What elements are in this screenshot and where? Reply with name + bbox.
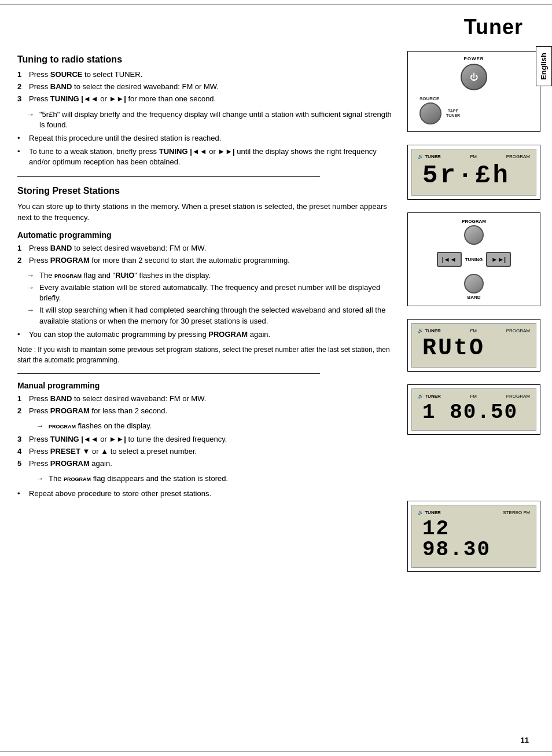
manual-step-1-content: Press BAND to select desired waveband: F… bbox=[29, 394, 396, 404]
manual-lcd-top: 🔊 TUNER STEREO FM bbox=[418, 510, 530, 515]
tuning-right-button[interactable]: ►►| bbox=[486, 252, 511, 267]
auto-bullet-1: • You can stop the automatic programming… bbox=[17, 329, 396, 340]
tuning-arrow-1: → "5r£h" will display briefly and the fr… bbox=[27, 109, 396, 130]
auto-tuner-label: 🔊 TUNER bbox=[418, 328, 441, 333]
power-button[interactable]: ⏻ bbox=[461, 64, 487, 90]
srch-display-box: 🔊 TUNER FM PROGRAM 5r·£h bbox=[407, 145, 540, 200]
auto-prog-steps: 1 Press BAND to select desired waveband:… bbox=[17, 243, 396, 266]
power-icon: ⏻ bbox=[470, 72, 478, 82]
srch-lcd-top: 🔊 TUNER FM PROGRAM bbox=[418, 154, 530, 159]
manual-step-1: 1 Press BAND to select desired waveband:… bbox=[17, 394, 396, 404]
step-2: 2 Press BAND to select the desired waveb… bbox=[17, 82, 396, 92]
source-label: SOURCE bbox=[419, 96, 439, 101]
srch-program-label: PROGRAM bbox=[506, 154, 530, 159]
step-num-3: 3 bbox=[17, 94, 27, 104]
step-3: 3 Press TUNING |◄◄ or ►►| for more than … bbox=[17, 94, 396, 104]
manual-lcd: 🔊 TUNER STEREO FM 12 98.30 bbox=[411, 505, 536, 568]
top-border bbox=[0, 0, 552, 5]
tuning-bullet-text-1: Repeat this procedure until the desired … bbox=[29, 133, 221, 144]
tuning-left-button[interactable]: |◄◄ bbox=[437, 252, 462, 267]
auto-arrow-2: → Every available station will be stored… bbox=[27, 282, 396, 303]
auto-display-box: 🔊 TUNER FM PROGRAM RUtO bbox=[407, 319, 540, 372]
auto-bullet-text-1: You can stop the automatic programming b… bbox=[29, 329, 270, 340]
manual-arrow-text-1: PROGRAM flashes on the display. bbox=[49, 421, 152, 431]
step-num-2: 2 bbox=[17, 82, 27, 92]
auto-prog-heading: Automatic programming bbox=[17, 230, 396, 240]
device-controls-box: POWER ⏻ SOURCE TAPE TUNER bbox=[407, 51, 540, 132]
manual-step-num-2: 2 bbox=[17, 406, 27, 416]
preset-tuner-label: 🔊 TUNER bbox=[418, 394, 441, 399]
auto-arrow-3: → It will stop searching when it had com… bbox=[27, 305, 396, 326]
bullet-icon-3: • bbox=[17, 329, 27, 340]
manual-arrow-text-2: The PROGRAM flag disappears and the stat… bbox=[49, 474, 228, 484]
manual-step-num-3: 3 bbox=[17, 434, 27, 445]
tuning-label-ctrl: TUNING bbox=[465, 257, 483, 262]
manual-prog-steps-cont: 3 Press TUNING |◄◄ or ►►| to tune the de… bbox=[17, 434, 396, 469]
program-label-ctrl: PROGRAM bbox=[462, 219, 486, 224]
bullet-icon-4: • bbox=[17, 489, 27, 499]
manual-step-4: 4 Press PRESET ▼ or ▲ to select a preset… bbox=[17, 446, 396, 457]
arrow-icon-2: → bbox=[27, 270, 37, 281]
arrow-icon-6: → bbox=[36, 474, 46, 484]
tuning-steps: 1 Press SOURCE to select TUNER. 2 Press … bbox=[17, 69, 396, 105]
preset-display-box: 🔊 TUNER FM PROGRAM 1 80.50 bbox=[407, 384, 540, 435]
auto-step-num-2: 2 bbox=[17, 255, 27, 266]
srch-tuner-label: 🔊 TUNER bbox=[418, 154, 441, 159]
auto-step-2: 2 Press PROGRAM for more than 2 second t… bbox=[17, 255, 396, 266]
manual-step-2-content: Press PROGRAM for less than 2 second. bbox=[29, 406, 396, 416]
manual-step-5: 5 Press PROGRAM again. bbox=[17, 458, 396, 469]
tuner-label-small: TUNER bbox=[446, 113, 460, 118]
manual-prog-steps: 1 Press BAND to select desired waveband:… bbox=[17, 394, 396, 416]
auto-display-text: RUtO bbox=[418, 335, 530, 362]
section-divider-1 bbox=[17, 176, 320, 177]
auto-arrow-text-3: It will stop searching when it had compl… bbox=[39, 305, 396, 326]
step-3-content: Press TUNING |◄◄ or ►►| for more than on… bbox=[29, 94, 396, 104]
auto-arrow-1: → The PROGRAM flag and "RUtO" flashes in… bbox=[27, 270, 396, 281]
tuning-heading: Tuning to radio stations bbox=[17, 54, 396, 65]
manual-display-box: 🔊 TUNER STEREO FM 12 98.30 bbox=[407, 501, 540, 572]
tuning-bullet-2: • To tune to a weak station, briefly pre… bbox=[17, 146, 396, 167]
auto-arrow-text-2: Every available station will be stored a… bbox=[39, 282, 396, 303]
manual-step-2: 2 Press PROGRAM for less than 2 second. bbox=[17, 406, 396, 416]
language-tab: English bbox=[536, 46, 552, 86]
step-2-content: Press BAND to select the desired waveban… bbox=[29, 82, 396, 92]
arrow-icon-1: → bbox=[27, 109, 37, 130]
srch-display-text: 5r·£h bbox=[418, 160, 530, 190]
manual-arrow-1: → PROGRAM flashes on the display. bbox=[36, 421, 396, 431]
manual-step-num-4: 4 bbox=[17, 446, 27, 457]
bottom-border bbox=[0, 751, 552, 756]
band-button[interactable] bbox=[464, 274, 484, 293]
storing-heading: Storing Preset Stations bbox=[17, 186, 396, 196]
manual-step-4-content: Press PRESET ▼ or ▲ to select a preset n… bbox=[29, 446, 396, 457]
auto-arrow-text-1: The PROGRAM flag and "RUtO" flashes in t… bbox=[39, 270, 211, 281]
device-controls-2-box: PROGRAM |◄◄ TUNING ►►| BAND bbox=[407, 212, 540, 306]
program-button[interactable] bbox=[464, 225, 484, 245]
page-number: 11 bbox=[521, 736, 529, 744]
manual-arrow-2: → The PROGRAM flag disappears and the st… bbox=[36, 474, 396, 484]
power-label: POWER bbox=[463, 56, 484, 61]
auto-step-1-content: Press BAND to select desired waveband: F… bbox=[29, 243, 396, 254]
auto-step-2-content: Press PROGRAM for more than 2 second to … bbox=[29, 255, 396, 266]
auto-note: Note : If you wish to maintain some prev… bbox=[17, 344, 396, 365]
source-button[interactable] bbox=[419, 102, 441, 124]
manual-tuner-label: 🔊 TUNER bbox=[418, 510, 441, 515]
manual-display-text: 12 98.30 bbox=[418, 516, 530, 563]
bullet-icon-2: • bbox=[17, 146, 27, 167]
tuning-bullet-text-2: To tune to a weak station, briefly press… bbox=[29, 146, 396, 167]
manual-step-num-1: 1 bbox=[17, 394, 27, 404]
section-divider-2 bbox=[17, 373, 320, 374]
manual-stereo-label: STEREO FM bbox=[503, 510, 530, 515]
arrow-icon-5: → bbox=[36, 421, 46, 431]
arrow-icon-3: → bbox=[27, 282, 37, 303]
tuning-bullet-1: • Repeat this procedure until the desire… bbox=[17, 133, 396, 144]
step-1: 1 Press SOURCE to select TUNER. bbox=[17, 69, 396, 80]
srch-fm-label: FM bbox=[470, 154, 477, 159]
storing-intro: You can store up to thirty stations in t… bbox=[17, 201, 396, 223]
auto-step-num-1: 1 bbox=[17, 243, 27, 254]
auto-step-1: 1 Press BAND to select desired waveband:… bbox=[17, 243, 396, 254]
page-title: Tuner bbox=[0, 5, 552, 45]
preset-program-label: PROGRAM bbox=[506, 394, 530, 399]
auto-program-label: PROGRAM bbox=[506, 328, 530, 333]
page: English Tuner Tuning to radio stations 1… bbox=[0, 0, 552, 756]
auto-lcd: 🔊 TUNER FM PROGRAM RUtO bbox=[411, 323, 536, 368]
